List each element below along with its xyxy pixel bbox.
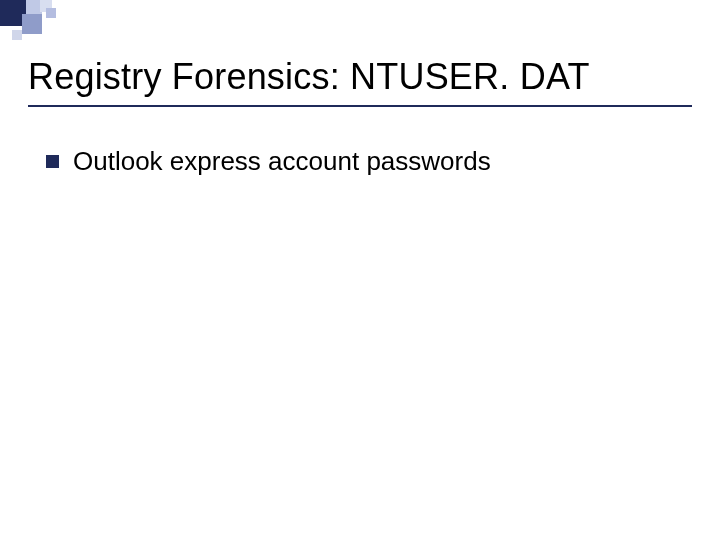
decorative-squares [0,0,100,50]
title-underline [28,105,692,107]
square-bullet-icon [46,155,59,168]
slide-title: Registry Forensics: NTUSER. DAT [28,56,590,98]
bullet-text: Outlook express account passwords [73,146,491,177]
deco-square [22,14,42,34]
deco-square [12,30,22,40]
bullet-item: Outlook express account passwords [46,146,491,177]
deco-square [46,8,56,18]
